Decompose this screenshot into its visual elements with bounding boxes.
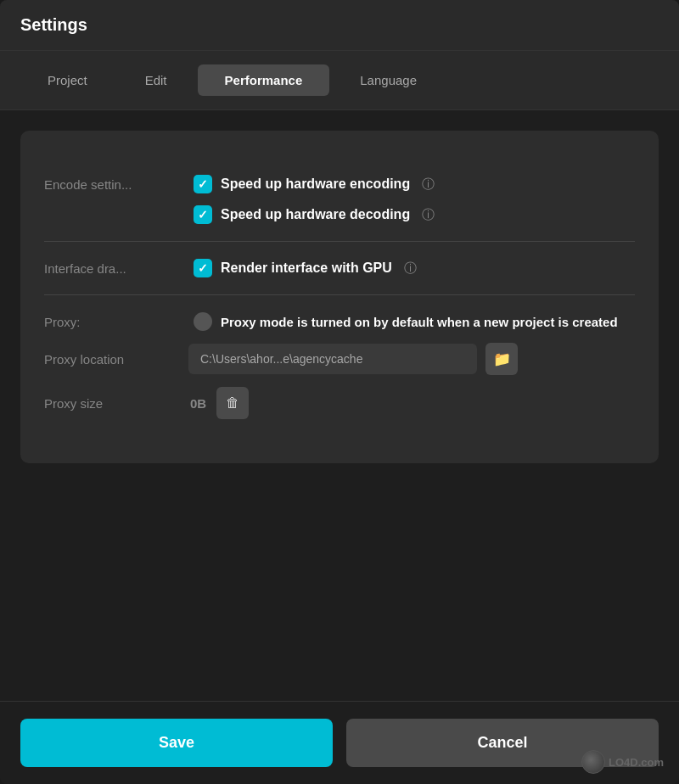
proxy-size-value: 0B bbox=[190, 396, 206, 411]
hw-encoding-label: Speed up hardware encoding bbox=[221, 176, 410, 192]
interface-label: Interface dra... bbox=[44, 261, 180, 276]
proxy-section: Proxy: Proxy mode is turned on by defaul… bbox=[44, 294, 635, 436]
proxy-label: Proxy: bbox=[44, 315, 180, 329]
clear-proxy-button[interactable]: 🗑 bbox=[216, 387, 249, 419]
footer: Save Cancel bbox=[0, 701, 679, 784]
encode-row-2: Speed up hardware decoding ⓘ bbox=[44, 205, 635, 224]
tab-project[interactable]: Project bbox=[20, 64, 115, 96]
window-title: Settings bbox=[20, 15, 87, 34]
hw-encoding-checkbox[interactable] bbox=[194, 175, 212, 193]
gpu-render-checkbox[interactable] bbox=[194, 259, 212, 277]
proxy-mode-checkbox-row: Proxy mode is turned on by default when … bbox=[194, 312, 618, 331]
gpu-render-help-icon[interactable]: ⓘ bbox=[404, 260, 417, 277]
watermark: LO4D.com bbox=[581, 750, 664, 774]
browse-folder-button[interactable]: 📁 bbox=[485, 343, 518, 375]
hw-encoding-row: Speed up hardware encoding ⓘ bbox=[194, 175, 435, 193]
proxy-mode-text: Proxy mode is turned on by default when … bbox=[221, 313, 618, 331]
settings-window: Settings Project Edit Performance Langua… bbox=[0, 0, 679, 784]
title-bar: Settings bbox=[0, 0, 679, 51]
settings-panel: Encode settin... Speed up hardware encod… bbox=[20, 131, 659, 463]
proxy-mode-checkbox[interactable] bbox=[194, 312, 212, 331]
hw-decoding-row: Speed up hardware decoding ⓘ bbox=[194, 205, 435, 224]
save-button[interactable]: Save bbox=[20, 719, 333, 767]
tab-edit[interactable]: Edit bbox=[118, 64, 194, 96]
trash-icon: 🗑 bbox=[226, 395, 239, 411]
encode-settings-section: Encode settin... Speed up hardware encod… bbox=[44, 158, 635, 241]
proxy-location-input[interactable] bbox=[188, 344, 477, 374]
proxy-location-label: Proxy location bbox=[44, 352, 180, 367]
tab-language[interactable]: Language bbox=[333, 64, 444, 96]
proxy-location-row: Proxy location 📁 bbox=[44, 343, 635, 375]
hw-decoding-label: Speed up hardware decoding bbox=[221, 207, 410, 222]
hw-decoding-help-icon[interactable]: ⓘ bbox=[422, 207, 435, 223]
watermark-globe-icon bbox=[581, 750, 605, 774]
gpu-render-row: Render interface with GPU ⓘ bbox=[194, 259, 417, 277]
proxy-size-label: Proxy size bbox=[44, 396, 180, 411]
proxy-mode-row: Proxy: Proxy mode is turned on by defaul… bbox=[44, 312, 635, 331]
interface-section: Interface dra... Render interface with G… bbox=[44, 241, 635, 294]
gpu-render-label: Render interface with GPU bbox=[221, 260, 392, 276]
hw-decoding-checkbox[interactable] bbox=[194, 205, 212, 224]
tab-performance[interactable]: Performance bbox=[198, 64, 330, 96]
interface-row: Interface dra... Render interface with G… bbox=[44, 259, 635, 277]
tabs-bar: Project Edit Performance Language bbox=[0, 51, 679, 110]
encode-label: Encode settin... bbox=[44, 177, 180, 192]
folder-icon: 📁 bbox=[493, 350, 511, 368]
watermark-text: LO4D.com bbox=[609, 756, 664, 769]
encode-row-1: Encode settin... Speed up hardware encod… bbox=[44, 175, 635, 193]
content-area: Encode settin... Speed up hardware encod… bbox=[0, 110, 679, 701]
hw-encoding-help-icon[interactable]: ⓘ bbox=[422, 176, 435, 193]
proxy-size-row: Proxy size 0B 🗑 bbox=[44, 387, 635, 419]
